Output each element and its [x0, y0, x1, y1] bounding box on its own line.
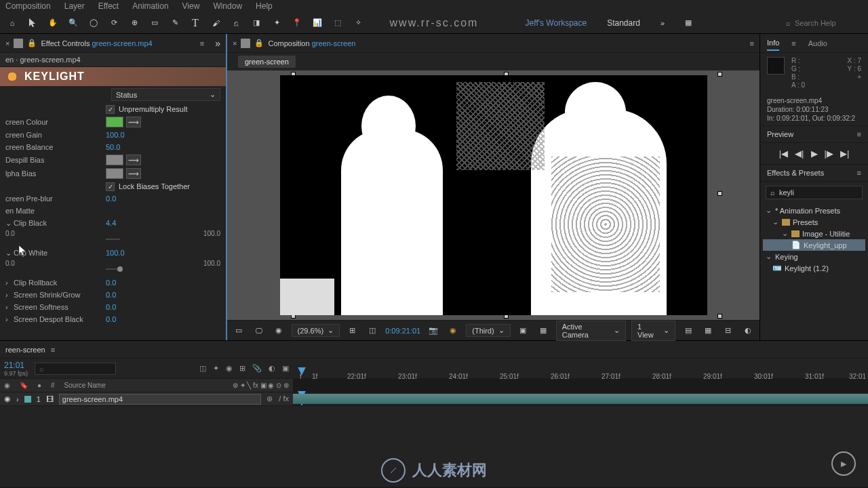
clip-white-slider[interactable] — [0, 268, 226, 277]
panel-overflow-icon[interactable]: » — [215, 38, 220, 49]
menu-layer[interactable]: Layer — [64, 1, 85, 11]
selection-tool[interactable] — [23, 14, 42, 32]
twisty-icon[interactable]: › — [5, 291, 11, 299]
orbit-tool[interactable]: ◯ — [84, 14, 103, 32]
zoom-select[interactable]: (29.6%)⌄ — [292, 324, 340, 337]
safe-icon[interactable]: ◫ — [366, 323, 380, 338]
camera-select[interactable]: Active Camera⌄ — [556, 321, 626, 341]
last-frame-icon[interactable]: ▶| — [840, 148, 849, 159]
unpremult-checkbox[interactable] — [106, 105, 115, 114]
view-select[interactable]: 1 View⌄ — [631, 321, 675, 341]
next-frame-icon[interactable]: |▶ — [825, 148, 833, 159]
snap-tool[interactable]: ✧ — [349, 14, 368, 32]
screen-gain-value[interactable]: 100.0 — [106, 131, 125, 139]
pen-tool[interactable]: ✎ — [165, 14, 184, 32]
exposure-icon[interactable]: ◐ — [741, 323, 755, 338]
layer-bar[interactable] — [293, 392, 868, 405]
rollback-value[interactable]: 0.0 — [106, 279, 116, 287]
eraser-tool[interactable]: ◨ — [247, 14, 266, 32]
layer-color[interactable] — [24, 396, 31, 403]
tab-audio[interactable]: Audio — [808, 37, 827, 50]
source-name-col[interactable]: Source Name — [64, 382, 106, 389]
screen-colour-swatch[interactable] — [106, 117, 123, 127]
roto-tool[interactable]: ✦ — [267, 14, 286, 32]
shy-icon[interactable]: ◐ — [269, 364, 275, 373]
tree-row[interactable]: 🪪Keylight (1.2) — [763, 262, 865, 274]
snapshot-icon[interactable]: 📷 — [426, 323, 441, 338]
eyedropper-icon[interactable]: ⟿ — [126, 117, 141, 127]
resolution-icon[interactable]: ⊞ — [345, 323, 360, 338]
menu-help[interactable]: Help — [256, 1, 273, 11]
mask-icon[interactable]: ◉ — [271, 323, 286, 338]
frame-blend-icon[interactable]: ◉ — [226, 364, 233, 373]
layer-clip[interactable] — [293, 394, 868, 404]
type-tool[interactable]: T — [186, 14, 205, 32]
grid-icon[interactable]: ▤ — [681, 323, 696, 338]
draft-icon[interactable]: ✦ — [213, 364, 219, 373]
panel-menu-icon[interactable]: ≡ — [200, 39, 204, 47]
effects-search-input[interactable] — [779, 188, 858, 197]
panel-menu-icon[interactable]: ≡ — [750, 39, 754, 47]
alpha-swatch[interactable] — [106, 168, 123, 179]
tree-row[interactable]: 📄Keylight_upp — [763, 239, 865, 251]
twisty-icon[interactable]: › — [5, 315, 11, 323]
shrink-value[interactable]: 0.0 — [106, 291, 116, 299]
magnify-icon[interactable]: ▭ — [231, 323, 246, 338]
workspace-more-icon[interactable]: » — [660, 19, 665, 27]
panel-menu-icon[interactable]: ≡ — [857, 169, 861, 177]
comp-tab[interactable]: green-screen — [238, 56, 296, 68]
local-axis-tool[interactable]: ⬚ — [328, 14, 347, 32]
workspace-mode[interactable]: Standard — [607, 18, 640, 28]
softness-value[interactable]: 0.0 — [106, 303, 116, 311]
play-icon[interactable]: ▶ — [811, 148, 818, 159]
viewer[interactable]: ⊕ — [227, 70, 760, 320]
clip-white-value[interactable]: 100.0 — [106, 249, 125, 257]
chart-tool[interactable]: 📊 — [308, 14, 327, 32]
twisty-icon[interactable]: › — [5, 303, 11, 311]
layer-row[interactable]: ◉ › 1 🎞 green-screen.mp4 ⊛ / fx — [0, 392, 868, 406]
graph-icon[interactable]: 📎 — [252, 364, 262, 373]
lock-icon[interactable]: 🔒 — [254, 39, 264, 47]
workspace-name[interactable]: Jeff's Workspace — [526, 18, 587, 28]
tab-close-icon[interactable]: × — [5, 39, 9, 47]
first-frame-icon[interactable]: |◀ — [779, 148, 788, 159]
zoom-tool[interactable]: 🔍 — [64, 14, 83, 32]
resolution-select[interactable]: (Third)⌄ — [466, 324, 510, 337]
lock-icon[interactable]: 🔒 — [27, 39, 37, 47]
screen-balance-value[interactable]: 50.0 — [106, 143, 120, 151]
tab-close-icon[interactable]: × — [233, 39, 237, 47]
brush-tool[interactable]: 🖌 — [206, 14, 225, 32]
motion-blur-icon[interactable]: ⊞ — [239, 364, 245, 373]
eye-icon[interactable]: ◉ — [4, 394, 11, 403]
clip-black-slider[interactable] — [0, 239, 226, 247]
preblur-value[interactable]: 0.0 — [106, 195, 116, 203]
workspace-grid-icon[interactable]: ▦ — [685, 18, 692, 27]
panel-menu-icon[interactable]: ≡ — [791, 39, 795, 47]
timeline-timecode[interactable]: 21:01 — [4, 361, 28, 370]
menu-view[interactable]: View — [182, 1, 200, 11]
panel-menu-icon[interactable]: ≡ — [51, 346, 55, 354]
menu-composition[interactable]: Composition — [5, 1, 51, 11]
timeline-icon[interactable]: ⊟ — [721, 323, 736, 338]
menu-window[interactable]: Window — [213, 1, 242, 11]
prev-frame-icon[interactable]: ◀| — [795, 148, 804, 159]
roi-icon[interactable]: ▣ — [516, 323, 531, 338]
lock-biases-checkbox[interactable] — [106, 182, 115, 191]
timecode[interactable]: 0:09:21:01 — [385, 327, 420, 335]
despot-value[interactable]: 0.0 — [106, 315, 116, 323]
tree-row[interactable]: ⌄Keying — [763, 251, 865, 262]
home-tool[interactable]: ⌂ — [3, 14, 22, 32]
hand-tool[interactable]: ✋ — [43, 14, 62, 32]
channel-icon[interactable]: ◉ — [446, 323, 461, 338]
layer-name[interactable]: green-screen.mp4 — [59, 394, 261, 405]
comp-mini-icon[interactable]: ◫ — [199, 364, 206, 373]
transform-handle[interactable] — [717, 72, 722, 77]
transparency-icon[interactable]: ▦ — [536, 323, 551, 338]
display-icon[interactable]: 🖵 — [252, 323, 267, 338]
rect-tool[interactable]: ▭ — [145, 14, 164, 32]
tree-row[interactable]: ⌄* Animation Presets — [763, 205, 865, 216]
pixel-icon[interactable]: ▦ — [701, 323, 715, 338]
puppet-tool[interactable]: 📍 — [288, 14, 307, 32]
despill-swatch[interactable] — [106, 155, 123, 165]
twisty-icon[interactable]: ⌄ — [5, 249, 11, 258]
